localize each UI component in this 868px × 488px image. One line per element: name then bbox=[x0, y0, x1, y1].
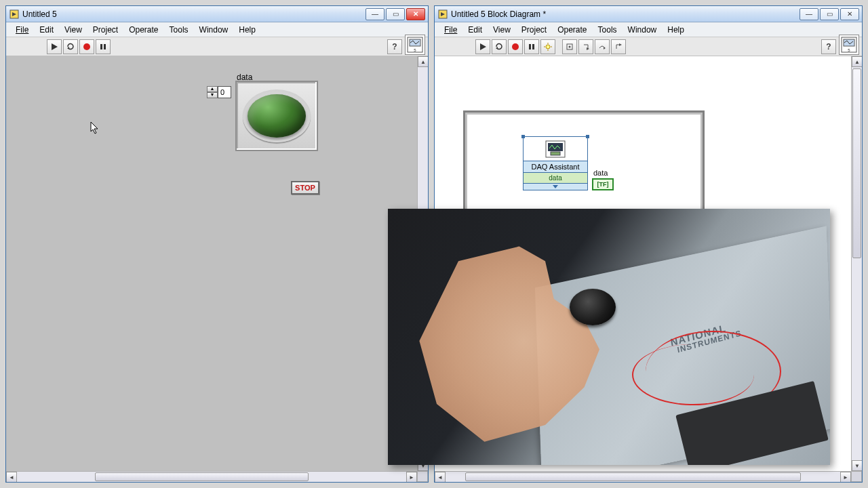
boolean-array-terminal[interactable]: [TF] bbox=[592, 178, 614, 190]
scroll-up-icon[interactable]: ▲ bbox=[418, 56, 428, 67]
window-title: Untitled 5 Block Diagram * bbox=[451, 9, 798, 19]
context-help-button[interactable]: ? bbox=[387, 39, 402, 54]
vi-icon[interactable]: 5 bbox=[405, 35, 425, 55]
retain-wire-button[interactable] bbox=[562, 39, 577, 54]
minimize-button[interactable]: — bbox=[800, 8, 818, 20]
menu-file[interactable]: File bbox=[439, 24, 462, 36]
scroll-thumb[interactable] bbox=[95, 472, 309, 481]
highlight-execution-button[interactable] bbox=[540, 39, 555, 54]
svg-marker-14 bbox=[496, 47, 498, 49]
svg-marker-2 bbox=[52, 43, 58, 50]
daq-data-terminal[interactable]: data bbox=[524, 172, 587, 183]
close-button[interactable]: ✕ bbox=[840, 8, 859, 20]
svg-rect-6 bbox=[104, 44, 106, 49]
scroll-left-icon[interactable]: ◄ bbox=[6, 472, 17, 482]
window-title: Untitled 5 bbox=[22, 9, 364, 19]
tool-bar: ? 5 bbox=[6, 37, 428, 56]
menu-edit[interactable]: Edit bbox=[462, 24, 488, 36]
scroll-right-icon[interactable]: ► bbox=[840, 472, 851, 482]
scroll-left-icon[interactable]: ◄ bbox=[435, 472, 446, 482]
scroll-down-icon[interactable]: ▼ bbox=[852, 460, 862, 471]
minimize-button[interactable]: — bbox=[366, 8, 384, 20]
menu-tools[interactable]: Tools bbox=[164, 24, 194, 36]
step-over-button[interactable] bbox=[595, 39, 610, 54]
tool-bar: ? 5 bbox=[435, 37, 862, 56]
svg-rect-33 bbox=[551, 152, 560, 155]
daq-node-label: DAQ Assistant bbox=[524, 161, 587, 172]
menu-view[interactable]: View bbox=[59, 24, 87, 36]
menu-bar: File Edit View Project Operate Tools Win… bbox=[6, 22, 428, 37]
vertical-scrollbar[interactable]: ▲ ▼ bbox=[851, 56, 862, 471]
run-button[interactable] bbox=[47, 39, 62, 54]
menu-file[interactable]: File bbox=[10, 24, 34, 36]
scroll-thumb[interactable] bbox=[852, 68, 861, 258]
scroll-thumb[interactable] bbox=[465, 472, 801, 481]
spin-up-icon[interactable]: ▲ bbox=[207, 86, 218, 92]
abort-button[interactable] bbox=[79, 39, 94, 54]
svg-point-24 bbox=[569, 45, 571, 47]
daq-assistant-node[interactable]: DAQ Assistant data bbox=[523, 136, 588, 190]
horizontal-scrollbar[interactable]: ◄ ► bbox=[6, 471, 417, 482]
led-indicator bbox=[248, 94, 306, 138]
menu-operate[interactable]: Operate bbox=[123, 24, 163, 36]
led-base bbox=[243, 89, 311, 142]
run-continuous-button[interactable] bbox=[492, 39, 507, 54]
index-spinner[interactable]: ▲ ▼ bbox=[207, 86, 218, 98]
stop-button[interactable]: STOP bbox=[291, 181, 319, 195]
title-bar[interactable]: Untitled 5 Block Diagram * — ▭ ✕ bbox=[435, 6, 862, 22]
svg-rect-16 bbox=[529, 44, 531, 49]
menu-edit[interactable]: Edit bbox=[34, 24, 59, 36]
svg-rect-5 bbox=[100, 44, 102, 49]
close-button[interactable]: ✕ bbox=[406, 8, 425, 20]
svg-point-18 bbox=[546, 45, 550, 49]
boolean-array-indicator bbox=[235, 81, 318, 151]
scroll-corner bbox=[851, 471, 862, 482]
resize-handle[interactable] bbox=[586, 135, 589, 138]
run-continuous-button[interactable] bbox=[63, 39, 78, 54]
resize-handle[interactable] bbox=[521, 135, 525, 138]
run-button[interactable] bbox=[475, 39, 490, 54]
pause-button[interactable] bbox=[524, 39, 539, 54]
maximize-button[interactable]: ▭ bbox=[386, 8, 405, 20]
scroll-corner bbox=[417, 471, 428, 482]
cursor-icon bbox=[90, 121, 101, 138]
spin-down-icon[interactable]: ▼ bbox=[207, 92, 218, 98]
step-into-button[interactable] bbox=[578, 39, 593, 54]
svg-point-15 bbox=[512, 43, 519, 50]
menu-window[interactable]: Window bbox=[194, 24, 234, 36]
indicator-terminal-label: data bbox=[593, 169, 608, 177]
abort-button[interactable] bbox=[508, 39, 523, 54]
hardware-camera-overlay: NATIONAL INSTRUMENTS bbox=[388, 209, 830, 465]
push-button-hardware bbox=[570, 289, 616, 325]
menu-bar: File Edit View Project Operate Tools Win… bbox=[435, 22, 862, 37]
svg-rect-17 bbox=[532, 44, 534, 49]
menu-tools[interactable]: Tools bbox=[593, 24, 623, 36]
expand-handle[interactable] bbox=[524, 183, 587, 190]
front-panel-window: Untitled 5 — ▭ ✕ File Edit View Project … bbox=[5, 5, 429, 483]
menu-view[interactable]: View bbox=[488, 24, 516, 36]
svg-marker-27 bbox=[619, 43, 622, 46]
scroll-up-icon[interactable]: ▲ bbox=[852, 56, 862, 67]
daq-icon bbox=[524, 137, 587, 161]
menu-project[interactable]: Project bbox=[516, 24, 552, 36]
scroll-right-icon[interactable]: ► bbox=[406, 472, 417, 482]
vi-icon[interactable]: 5 bbox=[839, 35, 859, 55]
context-help-button[interactable]: ? bbox=[821, 39, 836, 54]
svg-point-4 bbox=[83, 43, 90, 50]
menu-window[interactable]: Window bbox=[623, 24, 663, 36]
horizontal-scrollbar[interactable]: ◄ ► bbox=[435, 471, 851, 482]
title-bar[interactable]: Untitled 5 — ▭ ✕ bbox=[6, 6, 428, 22]
menu-operate[interactable]: Operate bbox=[552, 24, 592, 36]
front-panel-area[interactable]: data ▲ ▼ 0 STOP ▲ ▼ ◄ ► bbox=[6, 56, 428, 482]
pause-button[interactable] bbox=[96, 39, 111, 54]
maximize-button[interactable]: ▭ bbox=[820, 8, 839, 20]
svg-marker-10 bbox=[91, 122, 98, 134]
step-out-button[interactable] bbox=[611, 39, 626, 54]
labview-icon bbox=[437, 9, 448, 20]
svg-marker-3 bbox=[67, 47, 69, 49]
array-index-control[interactable]: ▲ ▼ 0 bbox=[207, 86, 231, 98]
menu-help[interactable]: Help bbox=[662, 24, 690, 36]
menu-project[interactable]: Project bbox=[87, 24, 123, 36]
menu-help[interactable]: Help bbox=[233, 24, 261, 36]
index-value[interactable]: 0 bbox=[218, 86, 231, 98]
